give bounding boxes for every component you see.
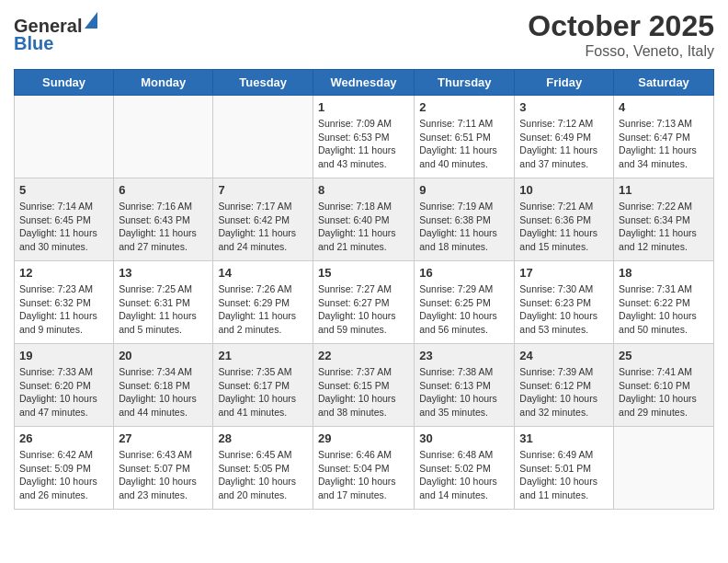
day-number: 15 [318,266,409,280]
day-number: 11 [619,183,709,197]
day-info: Sunrise: 6:46 AM Sunset: 5:04 PM Dayligh… [318,448,409,502]
day-number: 24 [519,349,609,362]
calendar-cell: 12Sunrise: 7:23 AM Sunset: 6:32 PM Dayli… [15,261,114,344]
day-info: Sunrise: 7:34 AM Sunset: 6:18 PM Dayligh… [119,365,208,419]
header: General Blue October 2025 Fosso, Veneto,… [14,9,714,60]
calendar-cell: 22Sunrise: 7:37 AM Sunset: 6:15 PM Dayli… [313,344,414,427]
day-info: Sunrise: 7:27 AM Sunset: 6:27 PM Dayligh… [318,282,409,337]
col-saturday: Saturday [614,70,714,96]
day-number: 7 [218,183,308,197]
calendar-cell: 18Sunrise: 7:31 AM Sunset: 6:22 PM Dayli… [614,261,714,344]
calendar-cell: 30Sunrise: 6:48 AM Sunset: 5:02 PM Dayli… [415,427,515,510]
calendar-cell: 14Sunrise: 7:26 AM Sunset: 6:29 PM Dayli… [213,261,313,344]
calendar-cell: 11Sunrise: 7:22 AM Sunset: 6:34 PM Dayli… [614,178,714,261]
day-info: Sunrise: 7:31 AM Sunset: 6:22 PM Dayligh… [619,282,709,337]
calendar-cell: 29Sunrise: 6:46 AM Sunset: 5:04 PM Dayli… [313,427,414,510]
calendar-cell: 15Sunrise: 7:27 AM Sunset: 6:27 PM Dayli… [313,261,414,344]
calendar-subtitle: Fosso, Veneto, Italy [528,43,714,60]
day-number: 10 [519,183,609,197]
day-number: 19 [19,349,108,362]
day-number: 12 [19,266,108,280]
day-info: Sunrise: 7:13 AM Sunset: 6:47 PM Dayligh… [619,117,709,171]
logo-triangle-icon [85,12,97,32]
calendar-week-row: 1Sunrise: 7:09 AM Sunset: 6:53 PM Daylig… [15,96,714,178]
calendar-cell [213,96,313,178]
calendar-title: October 2025 [528,9,714,43]
calendar-cell: 25Sunrise: 7:41 AM Sunset: 6:10 PM Dayli… [614,344,714,427]
calendar-cell: 2Sunrise: 7:11 AM Sunset: 6:51 PM Daylig… [415,96,515,178]
day-number: 23 [419,349,509,362]
day-number: 31 [519,431,609,445]
day-number: 5 [19,183,108,197]
day-info: Sunrise: 6:42 AM Sunset: 5:09 PM Dayligh… [19,448,108,502]
day-info: Sunrise: 7:38 AM Sunset: 6:13 PM Dayligh… [419,365,509,419]
calendar-cell: 28Sunrise: 6:45 AM Sunset: 5:05 PM Dayli… [213,427,313,510]
logo-blue: Blue [14,33,53,54]
calendar-cell: 7Sunrise: 7:17 AM Sunset: 6:42 PM Daylig… [213,178,313,261]
calendar-cell: 24Sunrise: 7:39 AM Sunset: 6:12 PM Dayli… [515,344,614,427]
calendar-cell: 4Sunrise: 7:13 AM Sunset: 6:47 PM Daylig… [614,96,714,178]
day-info: Sunrise: 7:25 AM Sunset: 6:31 PM Dayligh… [119,282,208,337]
day-number: 2 [419,100,509,114]
day-number: 26 [19,431,108,445]
calendar-cell: 9Sunrise: 7:19 AM Sunset: 6:38 PM Daylig… [415,178,515,261]
day-info: Sunrise: 7:18 AM Sunset: 6:40 PM Dayligh… [318,200,409,254]
calendar-cell: 23Sunrise: 7:38 AM Sunset: 6:13 PM Dayli… [415,344,515,427]
day-info: Sunrise: 7:21 AM Sunset: 6:36 PM Dayligh… [519,200,609,254]
calendar-cell: 27Sunrise: 6:43 AM Sunset: 5:07 PM Dayli… [114,427,213,510]
day-info: Sunrise: 6:48 AM Sunset: 5:02 PM Dayligh… [419,448,509,502]
page: General Blue October 2025 Fosso, Veneto,… [0,0,728,519]
day-info: Sunrise: 7:22 AM Sunset: 6:34 PM Dayligh… [619,200,709,254]
day-number: 22 [318,349,409,362]
day-info: Sunrise: 7:33 AM Sunset: 6:20 PM Dayligh… [19,365,108,419]
day-info: Sunrise: 6:45 AM Sunset: 5:05 PM Dayligh… [218,448,308,502]
day-info: Sunrise: 6:49 AM Sunset: 5:01 PM Dayligh… [519,448,609,502]
day-info: Sunrise: 7:17 AM Sunset: 6:42 PM Dayligh… [218,200,308,254]
day-number: 4 [619,100,709,114]
day-info: Sunrise: 7:39 AM Sunset: 6:12 PM Dayligh… [519,365,609,419]
day-number: 27 [119,431,208,445]
col-sunday: Sunday [15,70,114,96]
day-number: 17 [519,266,609,280]
day-number: 13 [119,266,208,280]
logo: General Blue [14,16,97,54]
calendar-cell: 3Sunrise: 7:12 AM Sunset: 6:49 PM Daylig… [515,96,614,178]
calendar-cell: 16Sunrise: 7:29 AM Sunset: 6:25 PM Dayli… [415,261,515,344]
col-monday: Monday [114,70,213,96]
calendar-cell: 5Sunrise: 7:14 AM Sunset: 6:45 PM Daylig… [15,178,114,261]
col-friday: Friday [515,70,614,96]
col-thursday: Thursday [415,70,515,96]
day-info: Sunrise: 7:23 AM Sunset: 6:32 PM Dayligh… [19,282,108,337]
day-number: 16 [419,266,509,280]
day-number: 18 [619,266,709,280]
day-number: 21 [218,349,308,362]
day-info: Sunrise: 7:14 AM Sunset: 6:45 PM Dayligh… [19,200,108,254]
day-number: 29 [318,431,409,445]
day-info: Sunrise: 7:29 AM Sunset: 6:25 PM Dayligh… [419,282,509,337]
day-info: Sunrise: 7:11 AM Sunset: 6:51 PM Dayligh… [419,117,509,171]
calendar-week-row: 12Sunrise: 7:23 AM Sunset: 6:32 PM Dayli… [15,261,714,344]
calendar-cell: 19Sunrise: 7:33 AM Sunset: 6:20 PM Dayli… [15,344,114,427]
calendar-cell: 6Sunrise: 7:16 AM Sunset: 6:43 PM Daylig… [114,178,213,261]
calendar-cell [114,96,213,178]
calendar-cell: 31Sunrise: 6:49 AM Sunset: 5:01 PM Dayli… [515,427,614,510]
day-info: Sunrise: 7:19 AM Sunset: 6:38 PM Dayligh… [419,200,509,254]
col-tuesday: Tuesday [213,70,313,96]
calendar-cell: 13Sunrise: 7:25 AM Sunset: 6:31 PM Dayli… [114,261,213,344]
calendar-header-row: Sunday Monday Tuesday Wednesday Thursday… [15,70,714,96]
day-info: Sunrise: 6:43 AM Sunset: 5:07 PM Dayligh… [119,448,208,502]
day-info: Sunrise: 7:12 AM Sunset: 6:49 PM Dayligh… [519,117,609,171]
day-number: 14 [218,266,308,280]
day-info: Sunrise: 7:26 AM Sunset: 6:29 PM Dayligh… [218,282,308,337]
day-number: 9 [419,183,509,197]
day-number: 28 [218,431,308,445]
calendar-cell: 17Sunrise: 7:30 AM Sunset: 6:23 PM Dayli… [515,261,614,344]
calendar-week-row: 26Sunrise: 6:42 AM Sunset: 5:09 PM Dayli… [15,427,714,510]
calendar-cell: 21Sunrise: 7:35 AM Sunset: 6:17 PM Dayli… [213,344,313,427]
day-number: 1 [318,100,409,114]
calendar-cell: 10Sunrise: 7:21 AM Sunset: 6:36 PM Dayli… [515,178,614,261]
day-number: 25 [619,349,709,362]
col-wednesday: Wednesday [313,70,414,96]
calendar-week-row: 19Sunrise: 7:33 AM Sunset: 6:20 PM Dayli… [15,344,714,427]
day-info: Sunrise: 7:16 AM Sunset: 6:43 PM Dayligh… [119,200,208,254]
